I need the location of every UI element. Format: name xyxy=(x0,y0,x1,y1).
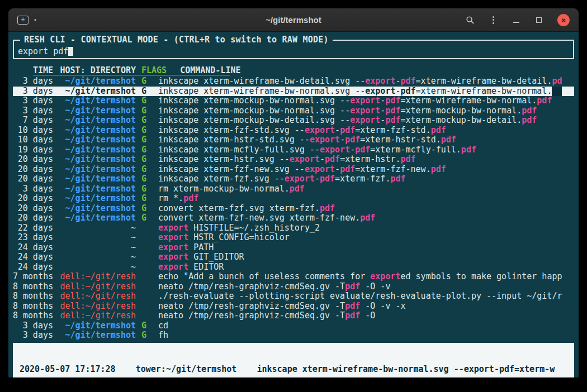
flags-cell xyxy=(136,302,155,312)
table-row[interactable]: 10 days~/git/termshotGinkscape xterm-fzf… xyxy=(13,126,574,136)
text-cursor xyxy=(68,47,73,56)
table-row[interactable]: 20 days~/git/termshotGinkscape xterm-hst… xyxy=(13,155,574,165)
table-row[interactable]: 20 days~/git/termshotGconvert xterm-fzf.… xyxy=(13,204,574,214)
table-row[interactable]: 8 monthsdell:~/git/reshneato /tmp/resh-g… xyxy=(13,302,574,312)
table-row[interactable]: 19 days~/git/termshotGinkscape xterm-mcf… xyxy=(13,145,574,155)
table-row[interactable]: 7 monthsdell:~/git/reshecho "Add a bunch… xyxy=(13,272,574,282)
host-directory-cell: ~ xyxy=(53,252,136,262)
table-row[interactable]: 20 days~/git/termshotGinkscape xterm-fzf… xyxy=(13,174,574,184)
table-row[interactable]: 3 days~/git/termshotGinkscape xterm-mock… xyxy=(13,96,574,106)
host-directory-cell: ~ xyxy=(53,223,136,233)
flags-cell xyxy=(136,262,155,273)
table-row[interactable]: 24 days~export GIT_EDITOR xyxy=(13,252,574,262)
table-row[interactable]: 20 days~/git/termshotGconvert xterm-fzf-… xyxy=(13,213,574,223)
table-row[interactable]: 8 monthsdell:~/git/reshneato /tmp/resh-g… xyxy=(13,282,574,292)
time-cell: 3 days xyxy=(13,321,53,331)
time-cell: 24 days xyxy=(13,243,53,253)
flags-cell: G xyxy=(136,116,155,126)
search-input[interactable]: export pdf xyxy=(18,46,569,56)
command-cell: ./resh-evaluate --plotting-script evalua… xyxy=(155,291,574,302)
host-directory-cell: ~/git/termshot xyxy=(53,165,136,175)
chevron-down-icon[interactable]: ▾ xyxy=(34,17,37,23)
terminal-window: + ▾ ~/git/termshot × RESH CLI - CONTEXTU… xyxy=(8,8,579,377)
flags-cell: G xyxy=(136,145,155,155)
host-directory-cell: ~/git/termshot xyxy=(53,204,136,214)
table-row[interactable]: 20 days~/git/termshotGrm *.pdf xyxy=(13,194,574,204)
close-icon[interactable]: × xyxy=(557,14,570,26)
flags-cell: G xyxy=(136,174,155,184)
host-directory-cell: ~/git/termshot xyxy=(53,126,136,136)
table-row[interactable]: 8 monthsdell:~/git/resh./resh-evaluate -… xyxy=(13,291,574,302)
header-host-directory: HOST: DIRECTORY xyxy=(53,65,136,76)
flags-cell xyxy=(136,282,155,292)
host-directory-cell: ~/git/termshot xyxy=(53,174,136,184)
time-cell: 20 days xyxy=(13,213,53,223)
table-row[interactable]: 7 days~/git/termshotGinkscape xterm-mock… xyxy=(13,116,574,126)
time-cell: 3 days xyxy=(13,96,53,106)
time-cell: 10 days xyxy=(13,126,53,136)
table-row[interactable]: 8 monthsdell:~/git/reshneato /tmp/resh-g… xyxy=(13,311,574,321)
command-cell: fh xyxy=(155,331,574,341)
table-row[interactable]: 24 days~export EDITOR xyxy=(13,262,574,273)
table-row[interactable]: 3 days~/git/termshotGinkscape xterm-mock… xyxy=(13,106,574,116)
host-directory-cell: ~/git/termshot xyxy=(53,194,136,204)
command-cell: inkscape xterm-mockup-bw-normal.svg --ex… xyxy=(155,106,574,116)
host-directory-cell: ~ xyxy=(53,262,136,273)
flags-cell: G xyxy=(136,213,155,223)
search-icon[interactable] xyxy=(466,16,475,25)
time-cell: 8 months xyxy=(13,311,53,321)
time-cell: 8 months xyxy=(13,291,53,302)
new-tab-icon[interactable]: + xyxy=(17,16,29,25)
host-directory-cell: dell:~/git/resh xyxy=(53,272,136,282)
flags-cell xyxy=(136,252,155,262)
table-row[interactable]: 3 days~/git/termshotGcd xyxy=(13,321,574,331)
flags-cell: G xyxy=(136,77,155,87)
command-cell: convert xterm-fzf.svg xterm-fzf.pdf xyxy=(155,204,574,214)
table-row[interactable]: 24 days~export PATH xyxy=(13,243,574,253)
time-cell: 7 months xyxy=(13,272,53,282)
command-cell: neato /tmp/resh-graphviz-cmdSeq.gv -Tpdf… xyxy=(155,311,574,321)
command-cell: inkscape xterm-wireframe-bw-normal.svg -… xyxy=(155,87,574,97)
flags-cell: G xyxy=(136,126,155,136)
flags-cell xyxy=(136,223,155,233)
table-row-selected[interactable]: 3 days~/git/termshotGinkscape xterm-wire… xyxy=(13,87,574,97)
flags-cell: G xyxy=(136,204,155,214)
table-row[interactable]: 3 days~/git/termshotGrm xterm-mockup-bw-… xyxy=(13,184,574,194)
time-cell: 3 days xyxy=(13,77,53,87)
table-row[interactable]: 10 days~/git/termshotGinkscape xterm-hst… xyxy=(13,135,574,145)
command-cell: inkscape xterm-hstr.svg --export-pdf=xte… xyxy=(155,155,574,165)
terminal-content: RESH CLI - CONTEXTUAL MODE - (CTRL+R to … xyxy=(8,32,579,377)
host-directory-cell: ~/git/termshot xyxy=(53,116,136,126)
time-cell: 20 days xyxy=(13,194,53,204)
header-command-line: COMMAND-LINE xyxy=(167,65,574,76)
header-time: TIME xyxy=(13,65,53,76)
table-row[interactable]: 3 days~/git/termshotGinkscape xterm-wire… xyxy=(13,77,574,87)
titlebar[interactable]: + ▾ ~/git/termshot × xyxy=(8,8,579,32)
time-cell: 23 days xyxy=(13,233,53,243)
host-directory-cell: ~/git/termshot xyxy=(53,331,136,341)
table-row[interactable]: 22 days~export HISTFILE=~/.zsh_history_2 xyxy=(13,223,574,233)
time-cell: 20 days xyxy=(13,204,53,214)
command-cell: inkscape xterm-mockup-bw-detail.svg --ex… xyxy=(155,116,574,126)
table-row[interactable]: 20 days~/git/termshotGinkscape xterm-fzf… xyxy=(13,165,574,175)
time-cell: 20 days xyxy=(13,174,53,184)
flags-cell: G xyxy=(136,135,155,145)
table-row[interactable]: 23 days~export HSTR_CONFIG=hicolor xyxy=(13,233,574,243)
host-directory-cell: dell:~/git/resh xyxy=(53,311,136,321)
command-cell: rm xterm-mockup-bw-normal.pdf xyxy=(155,184,574,194)
restore-icon[interactable] xyxy=(534,16,543,25)
history-table-body: 3 days~/git/termshotGinkscape xterm-wire… xyxy=(13,77,574,341)
command-cell: inkscape xterm-mockup-bw-normal.svg --ex… xyxy=(155,96,574,106)
command-cell: export EDITOR xyxy=(155,262,574,273)
status-line-1: 2020-05-07 17:17:28 tower:~/git/termshot… xyxy=(20,364,571,374)
flags-cell: G xyxy=(136,155,155,165)
flags-cell: G xyxy=(136,331,155,341)
table-row[interactable]: 3 days~/git/termshotGfh xyxy=(13,331,574,341)
menu-kebab-icon[interactable] xyxy=(489,16,498,25)
flags-cell xyxy=(136,233,155,243)
flags-cell: G xyxy=(136,321,155,331)
flags-cell xyxy=(136,243,155,253)
flags-cell: G xyxy=(136,96,155,106)
command-cell: rm *.pdf xyxy=(155,194,574,204)
minimize-icon[interactable] xyxy=(512,16,520,25)
